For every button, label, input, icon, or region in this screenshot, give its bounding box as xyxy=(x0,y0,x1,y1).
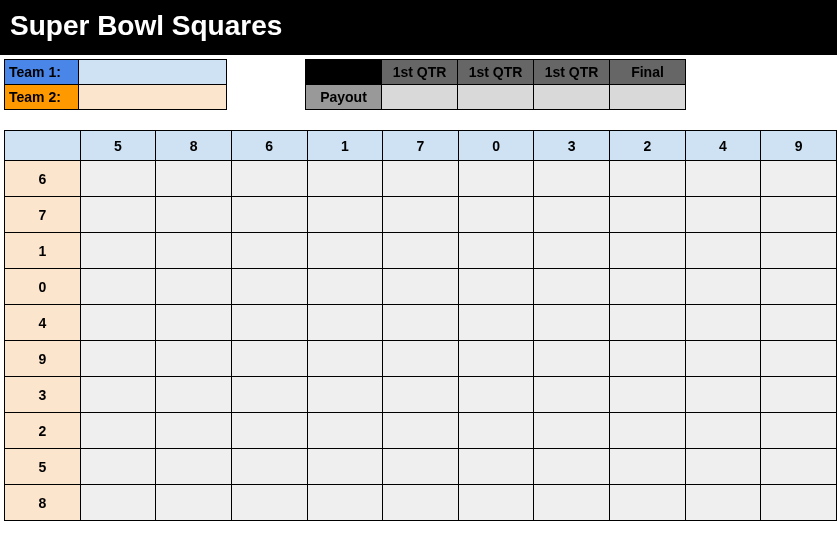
grid-cell[interactable] xyxy=(156,413,232,449)
grid-cell[interactable] xyxy=(156,449,232,485)
grid-cell[interactable] xyxy=(383,413,459,449)
grid-cell[interactable] xyxy=(761,413,837,449)
payout-cell-4[interactable] xyxy=(610,85,686,110)
grid-cell[interactable] xyxy=(685,449,761,485)
grid-cell[interactable] xyxy=(231,413,307,449)
grid-cell[interactable] xyxy=(80,269,156,305)
grid-cell[interactable] xyxy=(156,305,232,341)
grid-cell[interactable] xyxy=(685,161,761,197)
grid-cell[interactable] xyxy=(761,449,837,485)
grid-cell[interactable] xyxy=(307,341,383,377)
grid-cell[interactable] xyxy=(534,341,610,377)
grid-cell[interactable] xyxy=(761,305,837,341)
grid-cell[interactable] xyxy=(383,305,459,341)
grid-cell[interactable] xyxy=(80,485,156,521)
grid-cell[interactable] xyxy=(231,161,307,197)
team2-input[interactable] xyxy=(79,85,227,110)
grid-cell[interactable] xyxy=(610,413,686,449)
grid-cell[interactable] xyxy=(610,197,686,233)
grid-cell[interactable] xyxy=(156,269,232,305)
payout-cell-3[interactable] xyxy=(534,85,610,110)
payout-cell-1[interactable] xyxy=(382,85,458,110)
grid-cell[interactable] xyxy=(307,485,383,521)
grid-cell[interactable] xyxy=(156,161,232,197)
grid-cell[interactable] xyxy=(231,305,307,341)
grid-cell[interactable] xyxy=(307,161,383,197)
grid-cell[interactable] xyxy=(685,377,761,413)
grid-cell[interactable] xyxy=(685,413,761,449)
grid-cell[interactable] xyxy=(458,449,534,485)
grid-cell[interactable] xyxy=(610,449,686,485)
grid-cell[interactable] xyxy=(156,485,232,521)
grid-cell[interactable] xyxy=(685,269,761,305)
grid-cell[interactable] xyxy=(80,377,156,413)
grid-cell[interactable] xyxy=(458,269,534,305)
grid-cell[interactable] xyxy=(458,413,534,449)
grid-cell[interactable] xyxy=(685,233,761,269)
grid-cell[interactable] xyxy=(685,485,761,521)
grid-cell[interactable] xyxy=(534,197,610,233)
grid-cell[interactable] xyxy=(383,377,459,413)
grid-cell[interactable] xyxy=(156,233,232,269)
grid-cell[interactable] xyxy=(383,341,459,377)
grid-cell[interactable] xyxy=(534,269,610,305)
grid-cell[interactable] xyxy=(610,161,686,197)
grid-cell[interactable] xyxy=(80,449,156,485)
grid-cell[interactable] xyxy=(761,161,837,197)
grid-cell[interactable] xyxy=(458,161,534,197)
grid-cell[interactable] xyxy=(761,377,837,413)
grid-cell[interactable] xyxy=(534,449,610,485)
grid-cell[interactable] xyxy=(761,233,837,269)
team1-input[interactable] xyxy=(79,60,227,85)
grid-cell[interactable] xyxy=(307,269,383,305)
grid-cell[interactable] xyxy=(80,161,156,197)
grid-cell[interactable] xyxy=(80,197,156,233)
grid-cell[interactable] xyxy=(231,341,307,377)
grid-cell[interactable] xyxy=(80,341,156,377)
grid-cell[interactable] xyxy=(610,233,686,269)
grid-cell[interactable] xyxy=(685,197,761,233)
grid-cell[interactable] xyxy=(610,341,686,377)
grid-cell[interactable] xyxy=(761,197,837,233)
grid-cell[interactable] xyxy=(458,341,534,377)
grid-cell[interactable] xyxy=(231,197,307,233)
grid-cell[interactable] xyxy=(458,197,534,233)
grid-cell[interactable] xyxy=(458,305,534,341)
grid-cell[interactable] xyxy=(231,485,307,521)
grid-cell[interactable] xyxy=(231,269,307,305)
grid-cell[interactable] xyxy=(383,233,459,269)
payout-cell-2[interactable] xyxy=(458,85,534,110)
grid-cell[interactable] xyxy=(80,305,156,341)
grid-cell[interactable] xyxy=(610,269,686,305)
grid-cell[interactable] xyxy=(534,305,610,341)
grid-cell[interactable] xyxy=(231,233,307,269)
grid-cell[interactable] xyxy=(685,305,761,341)
grid-cell[interactable] xyxy=(383,161,459,197)
grid-cell[interactable] xyxy=(307,377,383,413)
grid-cell[interactable] xyxy=(761,269,837,305)
grid-cell[interactable] xyxy=(610,377,686,413)
grid-cell[interactable] xyxy=(458,233,534,269)
grid-cell[interactable] xyxy=(156,341,232,377)
grid-cell[interactable] xyxy=(307,305,383,341)
grid-cell[interactable] xyxy=(761,341,837,377)
grid-cell[interactable] xyxy=(231,377,307,413)
grid-cell[interactable] xyxy=(231,449,307,485)
grid-cell[interactable] xyxy=(458,377,534,413)
grid-cell[interactable] xyxy=(534,413,610,449)
grid-cell[interactable] xyxy=(307,449,383,485)
grid-cell[interactable] xyxy=(156,197,232,233)
grid-cell[interactable] xyxy=(534,233,610,269)
grid-cell[interactable] xyxy=(685,341,761,377)
grid-cell[interactable] xyxy=(307,413,383,449)
grid-cell[interactable] xyxy=(307,233,383,269)
grid-cell[interactable] xyxy=(156,377,232,413)
grid-cell[interactable] xyxy=(383,269,459,305)
grid-cell[interactable] xyxy=(761,485,837,521)
grid-cell[interactable] xyxy=(307,197,383,233)
grid-cell[interactable] xyxy=(383,485,459,521)
grid-cell[interactable] xyxy=(383,449,459,485)
grid-cell[interactable] xyxy=(534,161,610,197)
grid-cell[interactable] xyxy=(534,377,610,413)
grid-cell[interactable] xyxy=(610,485,686,521)
